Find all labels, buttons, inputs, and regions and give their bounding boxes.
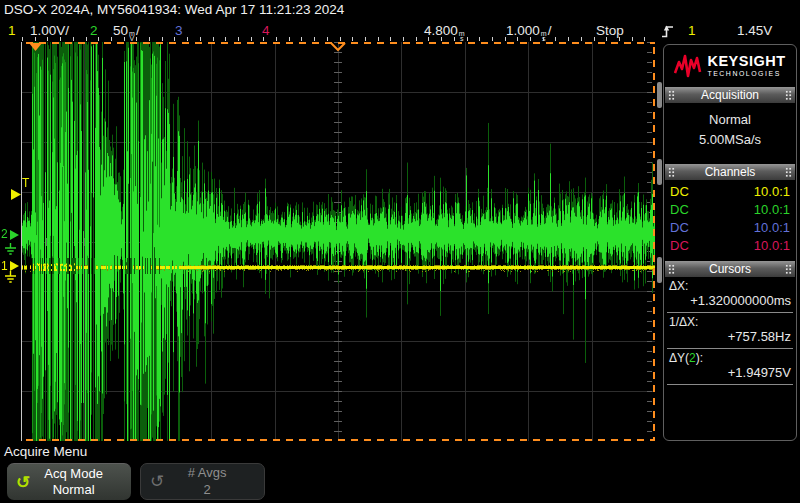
channel-row: DC10.0:1 [664,200,796,218]
trigger-level-label: T [22,177,29,189]
softkey-acq-mode[interactable]: ↺ Acq Mode Normal [7,463,131,500]
oscilloscope-screen: DSO-X 2024A, MY56041934: Wed Apr 17 11:2… [0,0,800,503]
grip-icon [668,90,675,101]
trigger-level-marker-icon [11,189,21,200]
ch1-number: 1 [8,23,16,38]
grip-icon [668,264,675,275]
rotate-icon: ↺ [16,472,30,493]
ch1-scale: 1.00V/ [30,23,69,38]
run-state: Stop [596,23,624,38]
scroll-handle[interactable] [657,257,662,283]
trigger-source: 1 [688,23,696,38]
acquisition-mode: Normal [664,110,796,130]
cursors-panel: ΔX: +1.320000000ms 1/ΔX: +757.58Hz ΔY(2)… [664,277,796,385]
brand-name: KEYSIGHT [707,54,785,69]
scroll-handle[interactable] [657,82,662,108]
scroll-handle[interactable] [657,159,662,185]
menu-title: Acquire Menu [4,444,87,459]
acquisition-header[interactable]: Acquisition [665,87,795,103]
ch2-number: 2 [90,23,98,38]
grip-icon [668,167,675,178]
waveform-canvas [21,42,655,441]
instrument-title: DSO-X 2024A, MY56041934: Wed Apr 17 11:2… [4,2,344,17]
cursor-readout: ΔY(2): +1.94975V [667,349,793,385]
grip-icon [785,90,792,101]
ch2-ground-icon [4,243,17,256]
ch2-marker-icon [10,230,19,240]
cursor-readout: 1/ΔX: +757.58Hz [667,313,793,349]
cursors-header[interactable]: Cursors [665,261,795,277]
keysight-logo-icon [674,54,702,78]
sample-rate: 5.00MSa/s [664,130,796,150]
waveform-display [21,42,655,441]
trigger-level: 1.45V [737,23,772,38]
ch4-number: 4 [262,23,270,38]
ch1-marker-icon [10,261,19,271]
brand-sub: TECHNOLOGIES [707,71,785,78]
channels-panel: DC10.0:1 DC10.0:1 DC10.0:1 DC10.0:1 [664,180,796,258]
rising-edge-icon [661,24,674,39]
top-tick-strip [22,37,655,41]
channel-row: DC10.0:1 [664,182,796,200]
keysight-logo: KEYSIGHT TECHNOLOGIES [664,45,796,87]
channels-header[interactable]: Channels [665,164,795,180]
channel-row: DC10.0:1 [664,218,796,236]
grip-icon [785,264,792,275]
softkey-num-avgs[interactable]: ↺ # Avgs 2 [140,463,265,500]
acquisition-panel: Normal 5.00MSa/s [664,103,796,164]
cursor-readout: ΔX: +1.320000000ms [667,277,793,313]
grip-icon [785,167,792,178]
ch2-ground-label: 2 [1,228,8,240]
channel-row: DC10.0:1 [664,236,796,254]
ch1-ground-icon [4,271,17,284]
info-sidebar: KEYSIGHT TECHNOLOGIES Acquisition Normal… [663,44,797,441]
ch3-number: 3 [175,23,183,38]
rotate-icon: ↺ [150,471,164,492]
